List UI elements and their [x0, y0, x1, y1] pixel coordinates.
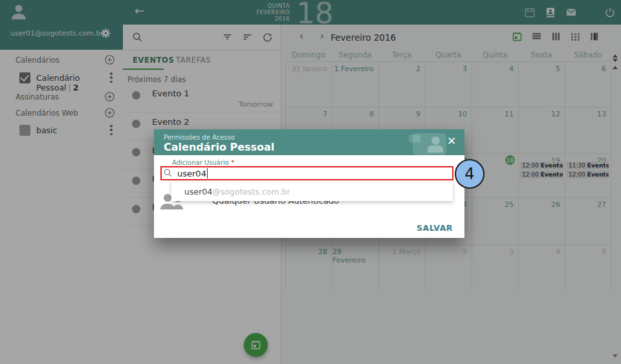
add-user-input[interactable]	[177, 167, 436, 180]
dialog-title: Calendário Pessoal	[164, 141, 274, 153]
save-button[interactable]: SALVAR	[417, 223, 453, 233]
search-icon	[163, 168, 173, 178]
text-caret	[207, 168, 208, 178]
contact-card-watermark-icon	[413, 133, 446, 155]
annotation-step-circle: 4	[455, 159, 485, 189]
access-permissions-dialog: Permissões de Acesso Calendário Pessoal …	[154, 129, 464, 238]
sogo-calendar-app: user01@sogotests.com.br Calendários Cale…	[0, 0, 621, 364]
close-icon[interactable]: ✕	[445, 134, 458, 147]
add-user-field	[162, 167, 453, 180]
dialog-kicker: Permissões de Acesso	[164, 134, 235, 141]
add-user-label: Adicionar Usuário *	[172, 159, 234, 166]
dialog-header: Permissões de Acesso Calendário Pessoal …	[154, 129, 464, 155]
autocomplete-suggestion[interactable]: user04@sogotests.com.br	[171, 182, 453, 201]
